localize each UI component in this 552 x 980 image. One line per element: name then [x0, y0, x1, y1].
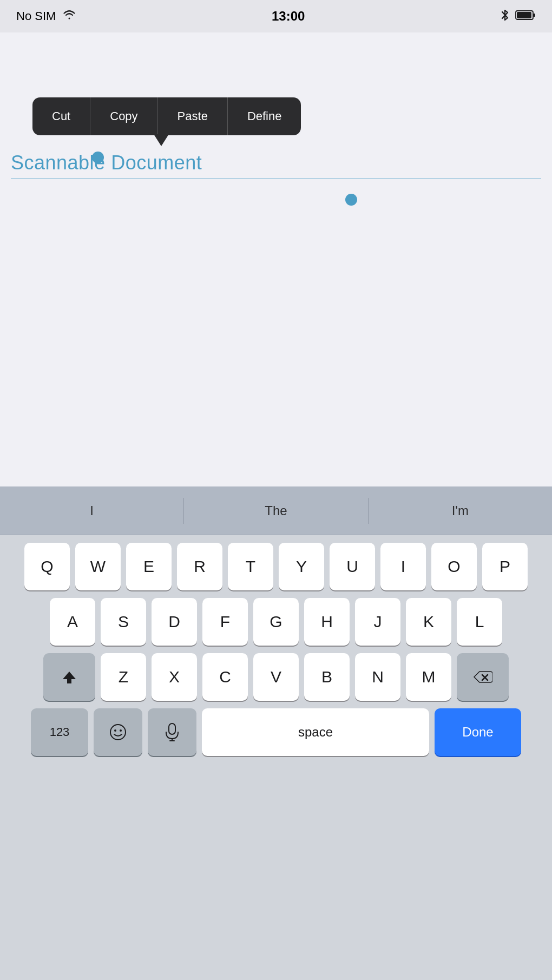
svg-rect-2: [517, 12, 531, 18]
key-t[interactable]: T: [228, 543, 273, 590]
autocomplete-i[interactable]: I: [0, 498, 183, 524]
key-u[interactable]: U: [330, 543, 375, 590]
emoji-key[interactable]: [94, 708, 142, 756]
numbers-key[interactable]: 123: [31, 708, 88, 756]
paste-button[interactable]: Paste: [158, 97, 228, 135]
key-g[interactable]: G: [253, 598, 299, 646]
key-row-3: Z X C V B N M: [3, 653, 549, 701]
svg-rect-8: [169, 724, 175, 734]
status-right: [500, 8, 536, 24]
status-left: No SIM: [16, 9, 76, 23]
key-s[interactable]: S: [101, 598, 146, 646]
key-d[interactable]: D: [152, 598, 197, 646]
autocomplete-the[interactable]: The: [183, 498, 368, 524]
keyboard: I The I'm Q W E R T Y U I O P A S D F G …: [0, 486, 552, 980]
space-key[interactable]: space: [202, 708, 429, 756]
time-label: 13:00: [272, 9, 305, 24]
svg-point-6: [114, 729, 116, 732]
mic-key[interactable]: [148, 708, 196, 756]
status-bar: No SIM 13:00: [0, 0, 552, 32]
context-menu: Cut Copy Paste Define: [32, 97, 301, 135]
key-m[interactable]: M: [406, 653, 451, 701]
svg-rect-1: [533, 14, 535, 17]
key-w[interactable]: W: [75, 543, 121, 590]
key-p[interactable]: P: [482, 543, 528, 590]
text-input-area[interactable]: Scannable Document: [11, 152, 541, 179]
shift-key[interactable]: [43, 653, 95, 701]
key-b[interactable]: B: [304, 653, 350, 701]
cut-button[interactable]: Cut: [32, 97, 90, 135]
key-rows: Q W E R T Y U I O P A S D F G H J K L: [0, 535, 552, 701]
key-c[interactable]: C: [202, 653, 248, 701]
key-l[interactable]: L: [457, 598, 502, 646]
selected-text: Scannable Document: [11, 152, 202, 174]
key-a[interactable]: A: [50, 598, 95, 646]
key-q[interactable]: Q: [24, 543, 70, 590]
key-k[interactable]: K: [406, 598, 451, 646]
delete-key[interactable]: [457, 653, 509, 701]
define-button[interactable]: Define: [228, 97, 301, 135]
key-h[interactable]: H: [304, 598, 350, 646]
copy-button[interactable]: Copy: [90, 97, 157, 135]
key-n[interactable]: N: [355, 653, 400, 701]
battery-icon: [515, 10, 536, 23]
key-z[interactable]: Z: [101, 653, 146, 701]
bluetooth-icon: [500, 8, 510, 24]
autocomplete-bar: I The I'm: [0, 486, 552, 535]
key-j[interactable]: J: [355, 598, 400, 646]
key-x[interactable]: X: [152, 653, 197, 701]
carrier-label: No SIM: [16, 9, 56, 23]
bottom-row: 123 space Done: [0, 701, 552, 756]
done-key[interactable]: Done: [435, 708, 521, 756]
svg-point-5: [110, 725, 126, 740]
key-f[interactable]: F: [202, 598, 248, 646]
key-e[interactable]: E: [126, 543, 172, 590]
key-r[interactable]: R: [177, 543, 222, 590]
key-row-1: Q W E R T Y U I O P: [3, 543, 549, 590]
wifi-icon: [62, 9, 76, 23]
key-y[interactable]: Y: [279, 543, 324, 590]
key-v[interactable]: V: [253, 653, 299, 701]
autocomplete-im[interactable]: I'm: [369, 498, 552, 524]
key-i[interactable]: I: [380, 543, 426, 590]
key-row-2: A S D F G H J K L: [3, 598, 549, 646]
content-area: Cut Copy Paste Define Scannable Document: [0, 32, 552, 487]
svg-point-7: [120, 729, 122, 732]
key-o[interactable]: O: [431, 543, 477, 590]
selection-handle-left[interactable]: [92, 152, 104, 163]
selection-handle-right[interactable]: [345, 194, 357, 206]
